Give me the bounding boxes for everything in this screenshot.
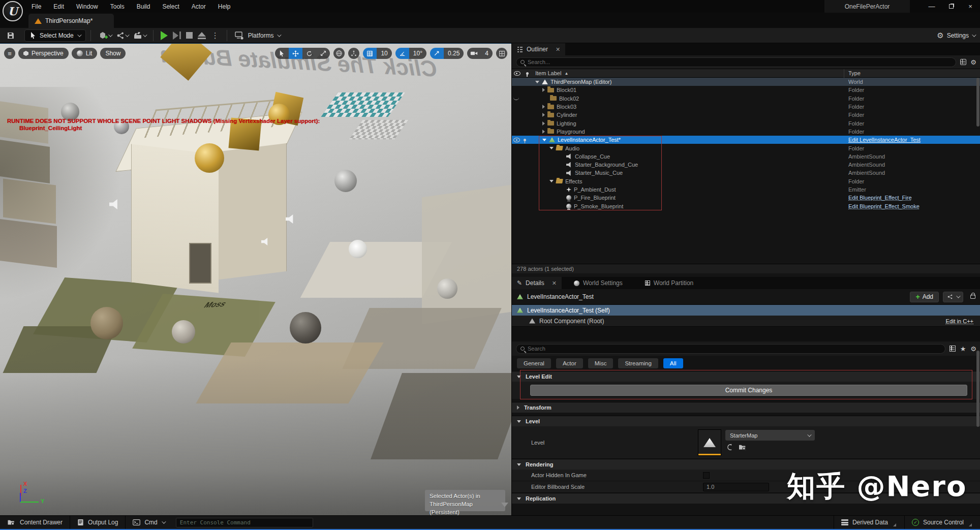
outliner-row-sound[interactable]: Starter_Music_CueAmbientSound <box>512 169 980 177</box>
add-filter-icon[interactable] <box>960 59 966 65</box>
outliner-search[interactable] <box>516 57 956 67</box>
save-icon[interactable] <box>4 29 17 42</box>
stop-button[interactable] <box>183 29 195 42</box>
outliner-row-folder[interactable]: PlaygroundFolder <box>512 128 980 136</box>
billboard-scale-input[interactable]: 1.0 <box>703 483 769 491</box>
outliner-row-sound[interactable]: Collapse_CueAmbientSound <box>512 152 980 161</box>
filter-actor[interactable]: Actor <box>556 358 583 368</box>
outliner-row-folder[interactable]: Block01Folder <box>512 86 980 94</box>
camera-speed-value[interactable]: 4 <box>481 48 493 59</box>
outliner-settings-gear-icon[interactable]: ⚙ <box>970 58 976 66</box>
outliner-search-input[interactable] <box>528 59 952 65</box>
platforms-dropdown[interactable]: Platforms <box>232 29 283 42</box>
component-row-root[interactable]: Root Component (Root) Edit in C++ <box>512 316 980 326</box>
menu-tools[interactable]: Tools <box>110 3 125 10</box>
menu-actor[interactable]: Actor <box>192 3 206 10</box>
maximize-button[interactable] <box>941 0 961 13</box>
use-selected-asset-icon[interactable] <box>726 444 734 451</box>
display-filter-icon[interactable] <box>950 346 956 352</box>
menu-select[interactable]: Select <box>162 3 179 10</box>
details-settings-gear-icon[interactable]: ⚙ <box>970 345 976 353</box>
details-search[interactable] <box>516 344 945 354</box>
pin-column-icon[interactable] <box>526 72 529 75</box>
close-tab-icon[interactable]: ✕ <box>556 46 560 53</box>
menu-file[interactable]: File <box>32 3 41 10</box>
close-tab-icon[interactable]: ✕ <box>552 280 557 287</box>
tab-world-settings[interactable]: World Settings <box>569 277 628 289</box>
add-component-button[interactable]: +Add <box>910 292 939 302</box>
cmd-dropdown[interactable]: Cmd <box>126 516 171 529</box>
level-asset-thumbnail[interactable] <box>698 429 721 456</box>
lock-icon[interactable] <box>970 295 975 299</box>
unreal-logo-icon[interactable]: U <box>3 1 23 21</box>
outliner-scrollbar[interactable] <box>976 78 979 127</box>
select-tool[interactable] <box>275 48 289 59</box>
outliner-row-emitter[interactable]: P_Ambient_DustEmitter <box>512 185 980 194</box>
menu-build[interactable]: Build <box>137 3 150 10</box>
outliner-row-folder[interactable]: LightingFolder <box>512 119 980 127</box>
tab-details[interactable]: ✎ Details ✕ <box>512 277 562 289</box>
menu-window[interactable]: Window <box>76 3 98 10</box>
minimize-button[interactable]: — <box>922 0 941 13</box>
menu-help[interactable]: Help <box>218 3 231 10</box>
filter-misc[interactable]: Misc <box>588 358 614 368</box>
column-type[interactable]: Type <box>848 70 861 76</box>
outliner-row-folder[interactable]: CylinderFolder <box>512 111 980 119</box>
outliner-row-blueprint[interactable]: P_Smoke_BlueprintEdit Blueprint_Effect_S… <box>512 202 980 210</box>
eye-icon[interactable] <box>513 138 520 142</box>
section-transform[interactable]: Transform <box>512 402 980 413</box>
favorites-star-icon[interactable]: ★ <box>960 345 966 353</box>
tab-outliner[interactable]: Outliner ✕ <box>512 43 565 55</box>
add-actor-dropdown[interactable] <box>96 29 114 42</box>
outliner-row-blueprint[interactable]: P_Fire_BlueprintEdit Blueprint_Effect_Fi… <box>512 194 980 202</box>
hidden-eye-icon[interactable] <box>513 97 519 100</box>
rotate-tool[interactable] <box>302 48 316 59</box>
section-level-edit[interactable]: Level Edit <box>512 371 980 382</box>
world-local-toggle[interactable] <box>333 48 345 59</box>
column-item-label[interactable]: Item Label <box>535 70 561 76</box>
maximize-viewport-toggle[interactable] <box>496 48 507 59</box>
sort-ascending-icon[interactable]: ▲ <box>564 71 568 76</box>
blueprints-dropdown[interactable] <box>114 29 131 42</box>
details-scrollbar[interactable] <box>976 351 979 427</box>
console-command-input[interactable] <box>176 518 313 527</box>
outliner-row-folder[interactable]: EffectsFolder <box>512 177 980 185</box>
grid-snap-value[interactable]: 10 <box>377 48 391 59</box>
pin-icon[interactable] <box>524 139 526 141</box>
frame-skip-button[interactable] <box>170 29 183 42</box>
filter-general[interactable]: General <box>517 358 551 368</box>
settings-dropdown[interactable]: ⚙ Settings <box>937 28 975 43</box>
outliner-row-folder[interactable]: Block02Folder <box>512 95 980 103</box>
outliner-row-world[interactable]: ThirdPersonMap (Editor)World <box>512 78 980 86</box>
camera-icon[interactable] <box>467 48 481 59</box>
viewport[interactable]: Click The Simulate Button Moss <box>0 43 511 515</box>
filter-all[interactable]: All <box>663 358 683 368</box>
scroll-down-icon[interactable] <box>501 503 508 507</box>
derived-data-button[interactable]: Derived Data <box>834 516 904 529</box>
level-asset-dropdown[interactable]: StarterMap <box>725 430 815 441</box>
play-button[interactable] <box>158 29 170 42</box>
source-control-button[interactable]: ✓ Source Control <box>905 516 980 529</box>
content-drawer-button[interactable]: Content Drawer <box>0 516 70 529</box>
edit-blueprint-link[interactable]: Edit Blueprint_Effect_Smoke <box>848 203 920 209</box>
eject-button[interactable] <box>195 29 208 42</box>
perspective-dropdown[interactable]: Perspective <box>18 48 69 59</box>
rotation-snap-value[interactable]: 10° <box>409 48 426 59</box>
outliner-row-folder[interactable]: Block03Folder <box>512 103 980 111</box>
level-tab[interactable]: ThirdPersonMap* <box>28 14 114 28</box>
eye-column-icon[interactable] <box>514 71 520 76</box>
move-tool[interactable] <box>289 48 302 59</box>
browse-to-asset-icon[interactable] <box>739 444 747 451</box>
section-level[interactable]: Level <box>512 416 980 426</box>
surface-snapping-toggle[interactable] <box>348 48 359 59</box>
outliner-row-sound[interactable]: Starter_Background_CueAmbientSound <box>512 161 980 169</box>
scale-snap-value[interactable]: 0.25 <box>444 48 464 59</box>
outliner-row-folder[interactable]: AudioFolder <box>512 144 980 152</box>
menu-edit[interactable]: Edit <box>53 3 64 10</box>
details-search-input[interactable] <box>528 346 941 352</box>
view-mode-dropdown[interactable]: Lit <box>72 48 98 59</box>
commit-changes-button[interactable]: Commit Changes <box>530 385 967 396</box>
select-mode-dropdown[interactable]: Select Mode <box>24 29 86 42</box>
actor-hidden-checkbox[interactable] <box>703 472 710 479</box>
filter-streaming[interactable]: Streaming <box>618 358 658 368</box>
